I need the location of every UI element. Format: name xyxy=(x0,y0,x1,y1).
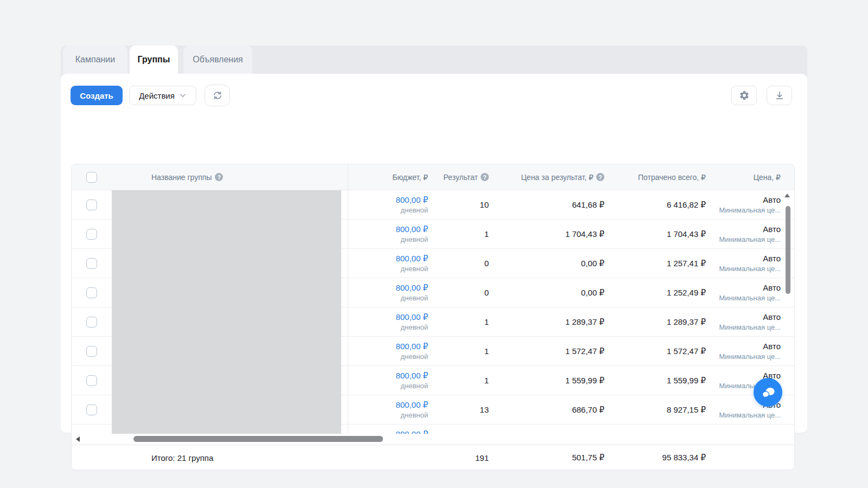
col-price-label: Цена, ₽ xyxy=(754,173,781,182)
footer-cost-per-result: 501,75 ₽ xyxy=(495,453,611,463)
result-value: 1 xyxy=(435,317,495,326)
price-strategy: Минимальная це... xyxy=(712,410,781,420)
col-cost-per-result: Цена за результат, ₽ ? xyxy=(495,173,611,182)
budget-link[interactable]: 800,00 ₽ xyxy=(395,342,428,351)
spent-total-value: 1 289,37 ₽ xyxy=(611,317,712,327)
price-strategy: Минимальная це... xyxy=(712,264,781,274)
chat-button[interactable] xyxy=(754,378,782,407)
help-icon[interactable]: ? xyxy=(596,173,604,181)
cost-per-result-value: 1 572,47 ₽ xyxy=(495,346,611,356)
groups-table: Название группы ? Бюджет, ₽ Результат ? … xyxy=(71,164,795,470)
price-mode: Авто xyxy=(763,283,781,292)
spent-total-value: 8 927,15 ₽ xyxy=(611,405,712,415)
settings-button[interactable] xyxy=(731,86,757,105)
row-checkbox[interactable] xyxy=(86,346,97,357)
vertical-scroll-thumb[interactable] xyxy=(786,206,790,294)
price-strategy: Минимальная це... xyxy=(712,352,781,362)
chat-icon xyxy=(760,384,776,401)
spent-total-value: 1 704,43 ₽ xyxy=(611,229,712,239)
footer-spent-total: 95 833,34 ₽ xyxy=(611,453,712,463)
price-mode: Авто xyxy=(763,254,781,263)
budget-link[interactable]: 800,00 ₽ xyxy=(395,195,428,204)
table-footer: Итого: 21 группа 191 501,75 ₽ 95 833,34 … xyxy=(72,445,795,470)
price-mode: Авто xyxy=(763,342,781,351)
tab-campaigns-label: Кампании xyxy=(75,55,116,65)
row-checkbox[interactable] xyxy=(86,287,97,298)
main-panel: Кампании Группы Объявления Создать Дейст… xyxy=(61,46,807,433)
price-strategy: Минимальная це... xyxy=(712,235,781,245)
column-divider xyxy=(348,164,348,434)
row-checkbox[interactable] xyxy=(86,375,97,386)
tab-campaigns[interactable]: Кампании xyxy=(63,46,127,74)
select-all-checkbox[interactable] xyxy=(86,172,97,183)
help-icon[interactable]: ? xyxy=(481,173,489,181)
result-value: 10 xyxy=(435,200,495,209)
scroll-left-arrow-icon[interactable] xyxy=(76,436,80,442)
col-spent-total: Потрачено всего, ₽ xyxy=(611,173,712,182)
scroll-up-arrow-icon[interactable] xyxy=(784,194,790,197)
result-value: 1 xyxy=(435,229,495,239)
spent-total-value: 1 252,49 ₽ xyxy=(611,288,712,298)
budget-link[interactable]: 800,00 ₽ xyxy=(395,224,428,234)
spent-total-value: 1 257,41 ₽ xyxy=(611,259,712,268)
actions-button-label: Действия xyxy=(139,91,175,100)
chevron-down-icon xyxy=(179,92,187,99)
footer-total: Итого: 21 группа xyxy=(112,453,348,463)
col-result: Результат ? xyxy=(435,173,495,182)
spent-total-value: 1 559,99 ₽ xyxy=(611,376,712,386)
price-strategy: Минимальная це... xyxy=(712,323,781,332)
help-icon[interactable]: ? xyxy=(215,173,223,181)
cost-per-result-value: 1 559,99 ₽ xyxy=(495,376,611,386)
col-result-label: Результат xyxy=(443,173,478,182)
col-cost-per-result-label: Цена за результат, ₽ xyxy=(521,173,593,182)
budget-link[interactable]: 800,00 ₽ xyxy=(395,429,428,434)
tab-ads[interactable]: Объявления xyxy=(183,46,252,74)
budget-period: дневной xyxy=(348,381,428,391)
select-all-cell xyxy=(72,172,112,183)
gear-icon xyxy=(739,90,750,101)
col-group-name-label: Название группы xyxy=(151,173,212,182)
price-mode: Авто xyxy=(763,224,781,234)
create-button-label: Создать xyxy=(80,91,113,100)
price-strategy: Минимальная це... xyxy=(712,293,781,303)
create-button[interactable]: Создать xyxy=(71,86,123,105)
budget-link[interactable]: 800,00 ₽ xyxy=(395,283,428,292)
cost-per-result-value: 686,70 ₽ xyxy=(495,405,611,415)
cost-per-result-value: 0,00 ₽ xyxy=(495,259,611,268)
budget-link[interactable]: 800,00 ₽ xyxy=(395,400,428,409)
budget-link[interactable]: 800,00 ₽ xyxy=(395,371,428,380)
table-header: Название группы ? Бюджет, ₽ Результат ? … xyxy=(72,164,794,190)
row-checkbox[interactable] xyxy=(86,200,97,210)
horizontal-scroll-thumb[interactable] xyxy=(133,436,383,442)
price-mode: Авто xyxy=(763,195,781,204)
cost-per-result-value: 1 704,43 ₽ xyxy=(495,229,611,239)
budget-period: дневной xyxy=(348,264,428,274)
footer-result: 191 xyxy=(435,453,495,463)
budget-period: дневной xyxy=(348,323,428,332)
download-icon xyxy=(774,90,785,101)
row-checkbox[interactable] xyxy=(86,404,97,415)
col-budget: Бюджет, ₽ xyxy=(348,173,435,182)
tab-groups-label: Группы xyxy=(138,55,170,65)
row-checkbox[interactable] xyxy=(86,229,97,240)
row-checkbox[interactable] xyxy=(86,258,97,269)
budget-period: дневной xyxy=(348,206,428,215)
result-value: 1 xyxy=(435,346,495,356)
download-button[interactable] xyxy=(767,86,792,105)
spent-total-value: 6 416,82 ₽ xyxy=(611,200,712,210)
refresh-icon xyxy=(212,90,223,101)
budget-period: дневной xyxy=(348,352,428,362)
refresh-button[interactable] xyxy=(205,85,230,106)
tab-groups[interactable]: Группы xyxy=(130,46,178,74)
result-value: 1 xyxy=(435,376,495,385)
budget-link[interactable]: 800,00 ₽ xyxy=(395,254,428,263)
content-panel: Создать Действия xyxy=(61,74,807,433)
price-mode: Авто xyxy=(763,312,781,322)
budget-link[interactable]: 800,00 ₽ xyxy=(395,312,428,322)
col-spent-total-label: Потрачено всего, ₽ xyxy=(638,173,706,182)
row-checkbox[interactable] xyxy=(86,317,97,328)
col-group-name: Название группы ? xyxy=(112,173,348,182)
price-strategy: Минимальная це... xyxy=(712,206,781,215)
actions-button[interactable]: Действия xyxy=(129,86,196,105)
horizontal-scrollbar[interactable] xyxy=(72,434,795,445)
